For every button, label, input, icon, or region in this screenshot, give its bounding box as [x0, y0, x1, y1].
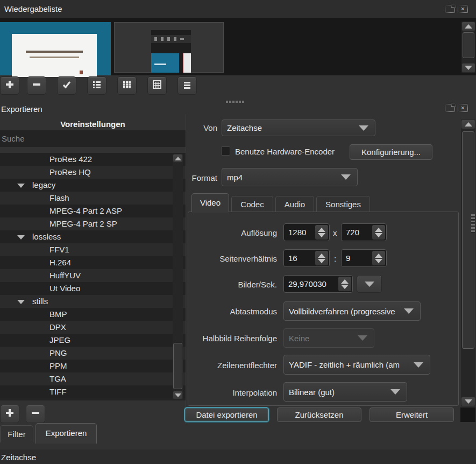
chevron-down-icon [390, 389, 400, 395]
playlist-title: Wiedergabeliste [4, 4, 62, 13]
scroll-down-icon[interactable] [461, 397, 475, 406]
tab-filter[interactable]: Filter [0, 425, 33, 442]
preset-item[interactable]: MPEG-4 Part 2 ASP [0, 205, 186, 217]
scroll-up-icon[interactable] [173, 154, 183, 163]
timeline-titlebar: Zeitachse [0, 449, 476, 464]
scanmode-combobox[interactable]: Vollbildverfahren (progressive [283, 301, 421, 321]
preset-remove-button[interactable] [26, 405, 45, 423]
scroll-up-icon[interactable] [461, 22, 475, 31]
view-icons-button[interactable] [117, 76, 137, 95]
add-button[interactable] [0, 76, 19, 95]
table-icon [152, 80, 162, 92]
splitter-handle-horizontal[interactable] [226, 95, 245, 105]
playlist-scrollbar-thumb[interactable] [463, 32, 474, 58]
preset-item[interactable]: FFV1 [0, 243, 186, 256]
search-input[interactable] [0, 130, 186, 147]
spinner-arrows[interactable] [372, 225, 385, 240]
preset-item[interactable]: ProRes 422 [0, 153, 186, 166]
aspect-width-input[interactable] [284, 250, 314, 266]
export-file-button[interactable]: Datei exportieren [184, 407, 269, 422]
chevron-down-icon [358, 335, 367, 341]
playlist-item-thumbnail-2[interactable] [114, 22, 224, 73]
preset-item[interactable]: PNG [0, 347, 186, 360]
close-icon[interactable]: ✕ [458, 5, 468, 13]
preset-item[interactable]: H.264 [0, 256, 186, 269]
tab-video[interactable]: Video [191, 193, 229, 212]
export-scrollbar-thumb[interactable] [462, 131, 474, 349]
format-combobox[interactable]: mp4 [222, 168, 358, 186]
float-icon[interactable] [445, 104, 455, 112]
fps-label: Bilder/Sek. [188, 280, 277, 289]
splitter-handle-vertical[interactable] [471, 214, 475, 234]
preset-item[interactable]: ProRes HQ [0, 166, 186, 179]
expand-arrow-icon[interactable] [17, 235, 25, 240]
preset-item[interactable]: DPX [0, 321, 186, 334]
preset-group[interactable]: stills [0, 295, 186, 308]
interpolation-combobox[interactable]: Bilinear (gut) [283, 382, 407, 402]
hamburger-icon [182, 80, 192, 92]
preset-item[interactable]: Flash [0, 192, 186, 205]
scroll-up-icon[interactable] [461, 119, 475, 129]
spinner-arrows[interactable] [315, 225, 328, 240]
expand-arrow-icon[interactable] [17, 300, 25, 304]
scanmode-value: Vollbildverfahren (progressive [284, 307, 404, 316]
close-icon[interactable]: ✕ [458, 104, 468, 112]
fps-spinbox[interactable] [283, 275, 353, 293]
preset-item[interactable]: TGA [0, 372, 186, 385]
view-tiles-button[interactable] [147, 76, 167, 95]
preset-item[interactable]: MPEG-4 Part 2 SP [0, 217, 186, 230]
application-window: Wiedergabeliste ✕ [0, 0, 476, 464]
preset-item[interactable]: Ut Video [0, 282, 186, 295]
hw-encoder-checkbox[interactable] [221, 146, 230, 156]
playlist-titlebar: Wiedergabeliste [0, 0, 476, 18]
preset-group[interactable]: lossless [0, 230, 186, 243]
aspect-height-spinbox[interactable] [341, 249, 387, 267]
aspect-height-input[interactable] [342, 250, 371, 266]
playlist-item-thumbnail-1[interactable] [0, 22, 111, 75]
from-combobox[interactable]: Zeitachse [222, 119, 375, 136]
minus-icon [31, 408, 40, 420]
resolution-height-spinbox[interactable] [341, 223, 387, 241]
tab-audio[interactable]: Audio [275, 196, 314, 212]
panel-divider [186, 114, 186, 424]
presets-heading: Voreinstellungen [0, 119, 186, 129]
preset-item[interactable]: PPM [0, 360, 186, 372]
fieldorder-value: Keine [284, 334, 358, 343]
preset-item[interactable]: HuffYUV [0, 269, 186, 282]
resolution-height-input[interactable] [342, 224, 371, 241]
preset-group[interactable]: legacy [0, 179, 186, 192]
tab-codec[interactable]: Codec [231, 196, 273, 212]
resolution-width-spinbox[interactable] [283, 223, 330, 241]
deinterlacer-combobox[interactable]: YADIF - zeitlich + räumlich (am [283, 355, 430, 375]
spinner-arrows[interactable] [338, 277, 351, 291]
interpolation-value: Bilinear (gut) [284, 388, 390, 397]
format-value: mp4 [222, 173, 341, 182]
scroll-down-icon[interactable] [173, 391, 183, 399]
view-details-button[interactable] [87, 76, 106, 95]
preset-item[interactable]: JPEG [0, 334, 186, 347]
configure-button[interactable]: Konfigurierung... [350, 144, 432, 160]
preset-item[interactable]: TIFF [0, 385, 186, 398]
float-icon[interactable] [445, 5, 455, 13]
advanced-button[interactable]: Erweitert [370, 407, 454, 422]
plus-icon [5, 408, 15, 420]
slide-preview [12, 34, 97, 77]
presets-scrollbar-thumb[interactable] [173, 343, 182, 389]
preset-item[interactable]: BMP [0, 308, 186, 321]
update-button[interactable] [57, 76, 76, 95]
remove-button[interactable] [27, 76, 46, 95]
scroll-down-icon[interactable] [461, 63, 475, 73]
spinner-arrows[interactable] [315, 251, 328, 265]
reset-button[interactable]: Zurücksetzen [277, 407, 361, 422]
resolution-width-input[interactable] [284, 224, 314, 241]
spinner-arrows[interactable] [372, 251, 385, 265]
tab-sonstiges[interactable]: Sonstiges [316, 196, 370, 212]
fps-input[interactable] [284, 276, 337, 292]
menu-button[interactable] [177, 76, 197, 95]
preset-add-button[interactable] [0, 405, 19, 423]
tab-exportieren[interactable]: Exportieren [35, 423, 97, 444]
aspect-width-spinbox[interactable] [283, 249, 330, 267]
expand-arrow-icon[interactable] [17, 184, 25, 188]
float-icon-inner [451, 4, 456, 8]
fps-presets-dropdown[interactable] [357, 275, 382, 293]
